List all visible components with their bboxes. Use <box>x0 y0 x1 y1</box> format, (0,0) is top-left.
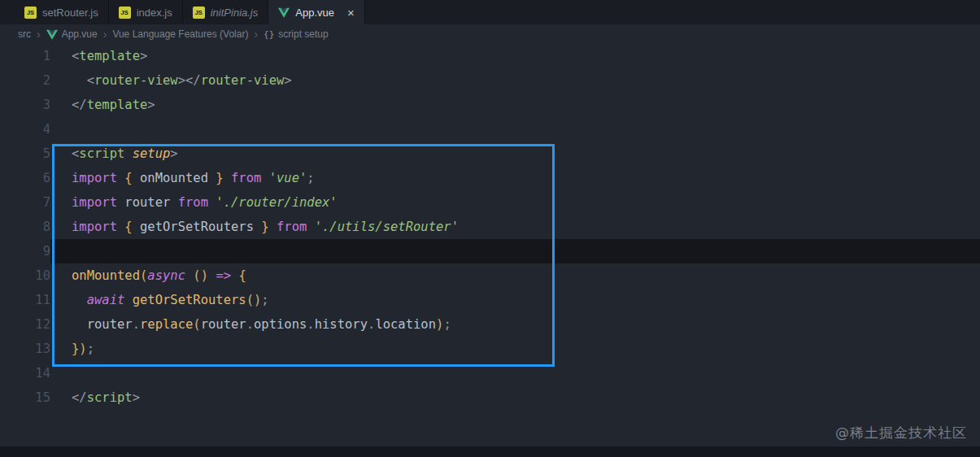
tab-index-js[interactable]: JSindex.js <box>109 0 183 24</box>
code-line-7[interactable]: 7import router from './router/index' <box>0 190 980 215</box>
watermark: @稀土掘金技术社区 <box>835 424 967 442</box>
code-line-1[interactable]: 1<template> <box>0 44 980 68</box>
code-line-10[interactable]: 10onMounted(async () => { <box>0 263 980 288</box>
code-text: </script> <box>50 385 140 410</box>
code-line-13[interactable]: 13}); <box>0 337 980 361</box>
line-number: 10 <box>0 263 50 288</box>
code-line-6[interactable]: 6import { onMounted } from 'vue'; <box>0 166 980 190</box>
line-number: 6 <box>0 166 50 190</box>
code-text: </template> <box>50 93 155 117</box>
tab-label: initPinia.js <box>211 7 259 19</box>
line-number: 8 <box>0 215 50 239</box>
code-text: import { getOrSetRouters } from './utils… <box>50 215 459 239</box>
code-text: import router from './router/index' <box>50 190 338 215</box>
line-number: 12 <box>0 312 50 337</box>
breadcrumb-label: Vue Language Features (Volar) <box>112 28 248 40</box>
code-text <box>50 117 72 141</box>
line-number: 7 <box>0 190 50 215</box>
chevron-right-icon: › <box>102 28 109 41</box>
line-number: 13 <box>0 337 50 361</box>
breadcrumb-item[interactable]: {}script setup <box>264 28 329 40</box>
code-text: router.replace(router.options.history.lo… <box>50 312 451 337</box>
code-text: <script setup> <box>50 141 178 166</box>
vue-file-icon <box>46 29 58 40</box>
code-line-11[interactable]: 11 await getOrSetRouters(); <box>0 288 980 312</box>
code-text: import { onMounted } from 'vue'; <box>50 166 315 190</box>
code-line-5[interactable]: 5<script setup> <box>0 141 980 166</box>
code-text: await getOrSetRouters(); <box>50 288 269 312</box>
code-text <box>50 361 72 385</box>
line-number: 3 <box>0 93 50 117</box>
breadcrumb-label: src <box>18 28 31 40</box>
code-line-15[interactable]: 15</script> <box>0 385 980 410</box>
breadcrumb: src›App.vue›Vue Language Features (Volar… <box>0 24 980 44</box>
code-line-4[interactable]: 4 <box>0 117 980 141</box>
code-text: <template> <box>50 44 147 68</box>
code-line-2[interactable]: 2 <router-view></router-view> <box>0 68 980 93</box>
code-text: <router-view></router-view> <box>50 68 292 93</box>
vue-file-icon <box>278 7 290 18</box>
bottom-bar <box>0 446 980 457</box>
breadcrumb-label: App.vue <box>62 28 98 40</box>
js-file-icon: JS <box>24 7 37 19</box>
tab-label: index.js <box>137 7 172 19</box>
tab-setRouter-js[interactable]: JSsetRouter.js <box>15 0 109 24</box>
line-number: 5 <box>0 141 50 166</box>
js-file-icon: JS <box>193 7 205 19</box>
code-editor-window: JSsetRouter.jsJSindex.jsJSinitPinia.jsAp… <box>0 0 980 457</box>
tab-label: App.vue <box>295 7 334 19</box>
chevron-right-icon: › <box>35 28 42 41</box>
breadcrumb-item[interactable]: Vue Language Features (Volar) <box>112 28 248 40</box>
line-number: 4 <box>0 117 50 141</box>
line-number: 11 <box>0 288 50 312</box>
chevron-right-icon: › <box>252 28 259 41</box>
code-text <box>50 239 72 263</box>
close-icon[interactable]: × <box>347 7 355 19</box>
line-number: 2 <box>0 68 50 93</box>
code-line-9[interactable]: 9 <box>0 239 980 263</box>
line-number: 9 <box>0 239 50 263</box>
line-number: 14 <box>0 361 50 385</box>
code-editor[interactable]: 1<template>2 <router-view></router-view>… <box>0 44 980 446</box>
tab-label: setRouter.js <box>42 7 98 19</box>
breadcrumb-label: script setup <box>278 28 328 40</box>
tab-App-vue[interactable]: App.vue× <box>268 0 364 24</box>
code-text: }); <box>50 337 94 361</box>
line-number: 1 <box>0 44 50 68</box>
tab-initPinia-js[interactable]: JSinitPinia.js <box>183 0 269 24</box>
code-line-12[interactable]: 12 router.replace(router.options.history… <box>0 312 980 337</box>
code-line-8[interactable]: 8import { getOrSetRouters } from './util… <box>0 215 980 239</box>
tab-bar: JSsetRouter.jsJSindex.jsJSinitPinia.jsAp… <box>0 0 980 24</box>
breadcrumb-item[interactable]: src <box>18 28 31 40</box>
code-line-14[interactable]: 14 <box>0 361 980 385</box>
symbol-braces-icon: {} <box>264 29 274 40</box>
js-file-icon: JS <box>119 7 131 19</box>
code-line-3[interactable]: 3</template> <box>0 93 980 117</box>
line-number: 15 <box>0 385 50 410</box>
code-text: onMounted(async () => { <box>50 263 246 288</box>
breadcrumb-item[interactable]: App.vue <box>46 28 98 40</box>
